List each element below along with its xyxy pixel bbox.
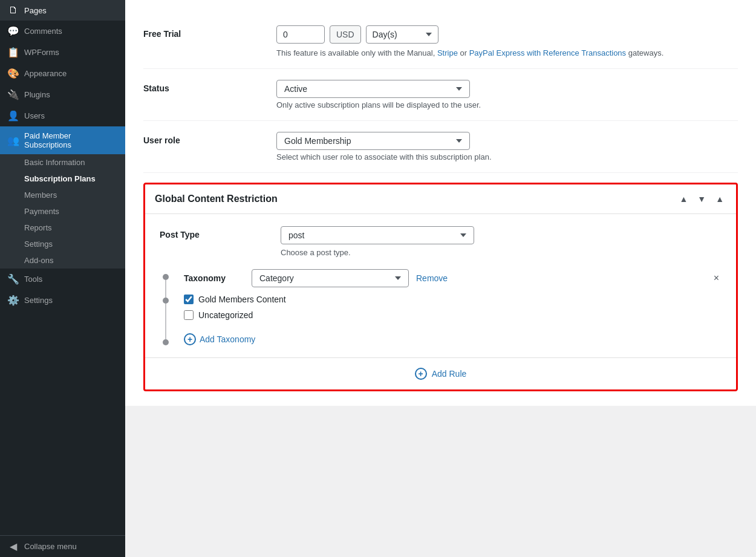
content-area: Free Trial USD Day(s) Week(s) Month(s) Y…: [125, 0, 756, 406]
add-rule-button[interactable]: + Add Rule: [415, 368, 467, 380]
user-role-row: User role Gold Membership Silver Members…: [143, 121, 738, 173]
gcr-timeline-dot-bottom: [163, 339, 169, 345]
gcr-collapse-down-button[interactable]: ▼: [695, 193, 708, 205]
paypal-link[interactable]: PayPal Express with Reference Transactio…: [469, 48, 626, 57]
gcr-body: Post Type post page custom Choose a post…: [145, 214, 736, 357]
tools-icon: 🔧: [7, 273, 19, 285]
user-role-control: Gold Membership Silver Membership Bronze…: [276, 132, 738, 161]
gcr-checkbox-uncategorized-input[interactable]: [184, 310, 194, 320]
status-select[interactable]: Active Inactive: [276, 80, 470, 98]
sidebar: 🗋 Pages 💬 Comments 📋 WPForms 🎨 Appearanc…: [0, 0, 125, 557]
sidebar-item-pages[interactable]: 🗋 Pages: [0, 0, 125, 21]
gcr-checkbox-uncategorized[interactable]: Uncategorized: [184, 310, 722, 320]
gcr-post-type-row: Post Type post page custom Choose a post…: [160, 226, 722, 257]
user-role-label: User role: [143, 132, 264, 145]
gcr-controls: ▲ ▼ ▲: [677, 193, 726, 205]
collapse-menu-button[interactable]: ◀ Collapse menu: [0, 536, 125, 557]
add-taxonomy-button[interactable]: + Add Taxonomy: [184, 333, 255, 345]
free-trial-row: Free Trial USD Day(s) Week(s) Month(s) Y…: [143, 15, 738, 69]
global-content-restriction-box: Global Content Restriction ▲ ▼ ▲ Post Ty…: [143, 183, 738, 391]
settings-icon: ⚙️: [7, 295, 19, 306]
sidebar-item-users[interactable]: 👤 Users: [0, 105, 125, 126]
gcr-minimize-button[interactable]: ▲: [713, 193, 726, 205]
add-taxonomy-label: Add Taxonomy: [200, 334, 255, 344]
gcr-timeline-line: [160, 269, 172, 345]
comments-icon: 💬: [7, 25, 19, 37]
gcr-checkbox-gold[interactable]: Gold Members Content: [184, 295, 722, 304]
gcr-timeline-dot-mid: [163, 298, 169, 304]
gcr-taxonomy-label: Taxonomy: [184, 273, 244, 283]
sidebar-item-plugins[interactable]: 🔌 Plugins: [0, 84, 125, 105]
sidebar-sub-reports[interactable]: Reports: [0, 220, 125, 236]
gcr-header: Global Content Restriction ▲ ▼ ▲: [145, 184, 736, 214]
free-trial-currency: USD: [330, 25, 361, 44]
collapse-menu-item: ◀ Collapse menu: [0, 535, 125, 557]
gcr-collapse-up-button[interactable]: ▲: [677, 193, 690, 205]
status-row: Status Active Inactive Only active subsc…: [143, 69, 738, 121]
appearance-icon: 🎨: [7, 68, 19, 79]
collapse-icon: ◀: [7, 541, 19, 552]
gcr-timeline-dot-top: [163, 274, 169, 280]
sidebar-sub-subscription-plans[interactable]: Subscription Plans: [0, 171, 125, 187]
add-rule-icon: +: [415, 368, 427, 380]
sidebar-sub-members[interactable]: Members: [0, 187, 125, 203]
gcr-taxonomy-wrapper: Taxonomy Category Tag Remove ×: [160, 269, 722, 345]
sidebar-item-tools[interactable]: 🔧 Tools: [0, 269, 125, 290]
gcr-taxonomy-row: Taxonomy Category Tag Remove ×: [184, 269, 722, 287]
gcr-taxonomy-select[interactable]: Category Tag: [252, 269, 409, 287]
free-trial-label: Free Trial: [143, 25, 264, 39]
gcr-checkbox-list: Gold Members Content Uncategorized: [184, 295, 722, 320]
wpforms-icon: 📋: [7, 47, 19, 58]
users-icon: 👤: [7, 110, 19, 122]
free-trial-inputs: USD Day(s) Week(s) Month(s) Year(s): [276, 25, 738, 44]
user-role-select[interactable]: Gold Membership Silver Membership Bronze…: [276, 132, 470, 150]
gcr-timeline-vert2: [165, 304, 166, 339]
stripe-link[interactable]: Stripe: [437, 48, 458, 57]
pms-icon: 👥: [7, 135, 19, 146]
pms-submenu: Basic Information Subscription Plans Mem…: [0, 154, 125, 269]
gcr-checkbox-gold-input[interactable]: [184, 295, 194, 304]
sidebar-item-appearance[interactable]: 🎨 Appearance: [0, 63, 125, 84]
sidebar-item-comments[interactable]: 💬 Comments: [0, 21, 125, 42]
sidebar-item-wpforms[interactable]: 📋 WPForms: [0, 42, 125, 63]
add-rule-section: + Add Rule: [145, 357, 736, 389]
main-content: Free Trial USD Day(s) Week(s) Month(s) Y…: [125, 0, 756, 557]
add-taxonomy-icon: +: [184, 333, 196, 345]
sidebar-sub-add-ons[interactable]: Add-ons: [0, 252, 125, 269]
gcr-remove-link[interactable]: Remove: [416, 273, 448, 283]
sidebar-sub-payments[interactable]: Payments: [0, 203, 125, 220]
gcr-post-type-select[interactable]: post page custom: [281, 226, 474, 244]
gcr-post-type-help: Choose a post type.: [281, 248, 722, 257]
sidebar-sub-basic-information[interactable]: Basic Information: [0, 154, 125, 171]
plugins-icon: 🔌: [7, 89, 19, 100]
pages-icon: 🗋: [7, 5, 19, 16]
free-trial-control: USD Day(s) Week(s) Month(s) Year(s) This…: [276, 25, 738, 57]
gcr-post-type-control: post page custom Choose a post type.: [281, 226, 722, 257]
status-label: Status: [143, 80, 264, 93]
status-control: Active Inactive Only active subscription…: [276, 80, 738, 109]
status-help: Only active subscription plans will be d…: [276, 100, 738, 109]
free-trial-input[interactable]: [276, 25, 325, 44]
sidebar-item-settings[interactable]: ⚙️ Settings: [0, 290, 125, 311]
free-trial-period-select[interactable]: Day(s) Week(s) Month(s) Year(s): [366, 25, 438, 44]
gcr-timeline-vert: [165, 280, 166, 298]
gcr-close-button[interactable]: ×: [711, 270, 722, 286]
sidebar-sub-settings[interactable]: Settings: [0, 236, 125, 252]
gcr-taxonomy-section: Taxonomy Category Tag Remove ×: [184, 269, 722, 345]
free-trial-help: This feature is available only with the …: [276, 48, 738, 57]
sidebar-item-paid-member-subscriptions[interactable]: 👥 Paid Member Subscriptions: [0, 126, 125, 154]
gcr-post-type-label: Post Type: [160, 226, 269, 239]
gcr-title: Global Content Restriction: [155, 194, 278, 204]
gcr-checkbox-uncategorized-label: Uncategorized: [198, 310, 253, 320]
gcr-checkbox-gold-label: Gold Members Content: [198, 295, 286, 304]
add-rule-label: Add Rule: [432, 369, 467, 379]
user-role-help: Select which user role to associate with…: [276, 152, 738, 161]
